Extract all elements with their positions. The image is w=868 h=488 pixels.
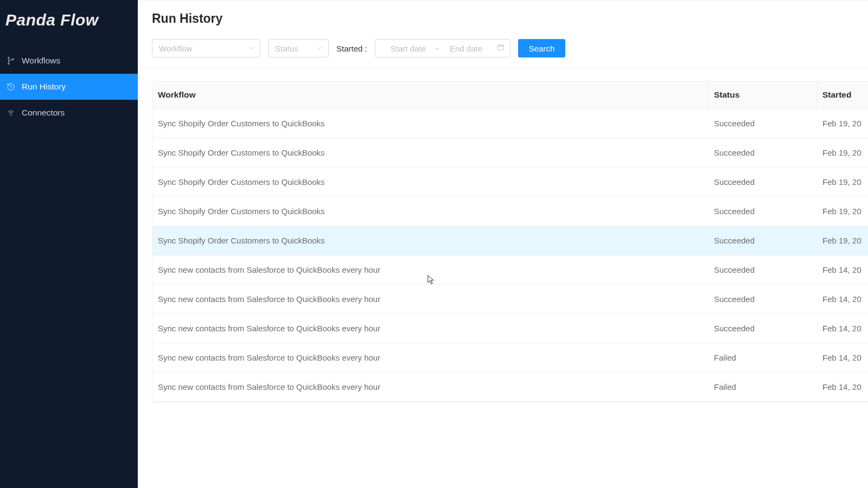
cell-workflow: Sync Shopify Order Customers to QuickBoo…: [152, 168, 709, 197]
cell-started: Feb 19, 20: [817, 109, 868, 138]
cell-workflow: Sync Shopify Order Customers to QuickBoo…: [152, 109, 709, 138]
column-header-started[interactable]: Started: [817, 81, 868, 109]
cell-status: Failed: [709, 373, 817, 402]
status-select-placeholder: Status: [275, 44, 298, 53]
run-history-table: Workflow Status Started Sync Shopify Ord…: [152, 81, 868, 402]
cell-workflow: Sync new contacts from Salesforce to Qui…: [152, 314, 709, 343]
table-row[interactable]: Sync Shopify Order Customers to QuickBoo…: [152, 226, 868, 255]
page-title: Run History: [138, 1, 868, 36]
cell-workflow: Sync Shopify Order Customers to QuickBoo…: [152, 226, 709, 255]
svg-point-1: [8, 63, 10, 65]
table-row[interactable]: Sync new contacts from Salesforce to Qui…: [152, 285, 868, 314]
wifi-icon: [7, 108, 15, 117]
cell-workflow: Sync new contacts from Salesforce to Qui…: [152, 285, 709, 314]
table-row[interactable]: Sync new contacts from Salesforce to Qui…: [152, 255, 868, 285]
cell-started: Feb 19, 20: [817, 226, 868, 255]
brand-title: Panda Flow: [0, 0, 138, 41]
chevron-down-icon: [316, 44, 323, 53]
table-row[interactable]: Sync Shopify Order Customers to QuickBoo…: [152, 168, 868, 197]
table-row[interactable]: Sync Shopify Order Customers to QuickBoo…: [152, 197, 868, 226]
svg-rect-4: [497, 45, 503, 50]
cell-status: Succeeded: [709, 138, 817, 168]
table-row[interactable]: Sync new contacts from Salesforce to Qui…: [152, 314, 868, 343]
cell-status: Succeeded: [709, 109, 817, 138]
table-row[interactable]: Sync Shopify Order Customers to QuickBoo…: [152, 138, 868, 168]
search-button[interactable]: Search: [518, 39, 566, 57]
start-date-input[interactable]: [387, 44, 429, 53]
cell-workflow: Sync new contacts from Salesforce to Qui…: [152, 255, 709, 285]
column-header-workflow[interactable]: Workflow: [152, 81, 709, 109]
cell-started: Feb 14, 20: [817, 285, 868, 314]
end-date-input[interactable]: [445, 44, 487, 53]
cell-started: Feb 19, 20: [817, 168, 868, 197]
sidebar-item-connectors[interactable]: Connectors: [0, 100, 138, 126]
calendar-icon: [497, 43, 505, 53]
cell-started: Feb 14, 20: [817, 373, 868, 402]
filter-bar: Workflow Status Started : ~ Sear: [138, 36, 868, 69]
cell-started: Feb 19, 20: [817, 197, 868, 226]
table-row[interactable]: Sync Shopify Order Customers to QuickBoo…: [152, 109, 868, 138]
chevron-down-icon: [248, 44, 254, 53]
sidebar-item-label: Run History: [22, 82, 66, 92]
sidebar: Panda Flow Workflows Run History Connect…: [0, 0, 138, 488]
main-content: Run History Workflow Status Started : ~: [138, 0, 868, 488]
cell-status: Succeeded: [709, 255, 817, 285]
app-root: Panda Flow Workflows Run History Connect…: [0, 0, 868, 488]
svg-point-0: [8, 57, 10, 59]
cell-status: Succeeded: [709, 314, 817, 343]
cell-started: Feb 14, 20: [817, 314, 868, 343]
date-range-separator: ~: [435, 44, 439, 53]
history-icon: [7, 82, 15, 91]
sidebar-item-label: Workflows: [22, 56, 60, 66]
cell-workflow: Sync Shopify Order Customers to QuickBoo…: [152, 138, 709, 168]
table-container: Workflow Status Started Sync Shopify Ord…: [138, 69, 868, 488]
cell-workflow: Sync Shopify Order Customers to QuickBoo…: [152, 197, 709, 226]
date-range-picker[interactable]: ~: [375, 39, 510, 57]
svg-point-3: [10, 115, 11, 115]
table-row[interactable]: Sync new contacts from Salesforce to Qui…: [152, 343, 868, 373]
column-header-status[interactable]: Status: [709, 81, 817, 109]
sidebar-item-label: Connectors: [22, 108, 65, 118]
cell-status: Succeeded: [709, 226, 817, 255]
sidebar-item-workflows[interactable]: Workflows: [0, 48, 138, 74]
sidebar-nav: Workflows Run History Connectors: [0, 48, 138, 126]
cell-started: Feb 14, 20: [817, 343, 868, 373]
workflow-select[interactable]: Workflow: [152, 39, 260, 57]
cell-status: Succeeded: [709, 197, 817, 226]
cell-workflow: Sync new contacts from Salesforce to Qui…: [152, 343, 709, 373]
started-label: Started :: [336, 44, 367, 53]
cell-status: Succeeded: [709, 168, 817, 197]
branch-icon: [7, 56, 15, 65]
cell-started: Feb 19, 20: [817, 138, 868, 168]
table-row[interactable]: Sync new contacts from Salesforce to Qui…: [152, 373, 868, 402]
cell-workflow: Sync new contacts from Salesforce to Qui…: [152, 373, 709, 402]
sidebar-item-run-history[interactable]: Run History: [0, 74, 138, 100]
workflow-select-placeholder: Workflow: [159, 44, 192, 53]
cell-status: Failed: [709, 343, 817, 373]
cell-status: Succeeded: [709, 285, 817, 314]
status-select[interactable]: Status: [268, 39, 329, 57]
cell-started: Feb 14, 20: [817, 255, 868, 285]
